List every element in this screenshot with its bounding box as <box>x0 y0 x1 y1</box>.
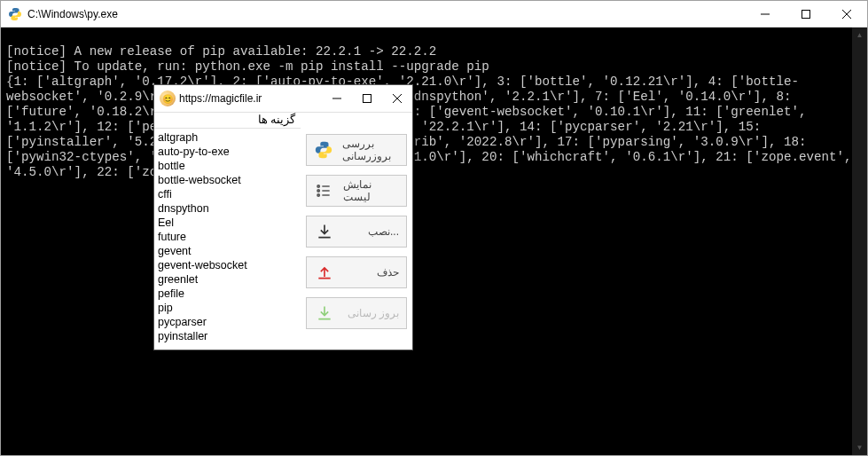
update-button[interactable]: بروز رسانی <box>306 297 407 329</box>
python-icon <box>314 139 333 161</box>
svg-point-4 <box>317 194 319 196</box>
list-item[interactable]: cffi <box>158 187 297 201</box>
console-title: C:\Windows\py.exe <box>27 8 745 20</box>
console-close-button[interactable] <box>826 1 867 27</box>
list-item[interactable]: auto-py-to-exe <box>158 145 297 159</box>
list-icon <box>314 180 334 201</box>
console-window: C:\Windows\py.exe [notice] A new release… <box>0 0 868 456</box>
download-icon <box>314 221 335 242</box>
button-label: نمایش لیست <box>343 178 399 203</box>
package-list[interactable]: altgraph auto-py-to-exe bottle bottle-we… <box>154 128 301 350</box>
svg-point-2 <box>317 185 319 187</box>
button-label: بررسی بروزرسانی <box>342 138 399 162</box>
svg-point-3 <box>317 190 319 192</box>
dialog-titlebar[interactable]: 😊 https://magicfile.ir <box>154 85 412 112</box>
dialog-maximize-button[interactable] <box>352 86 382 111</box>
list-item[interactable]: altgraph <box>158 130 297 145</box>
terminal-scrollbar[interactable]: ▲ ▼ <box>852 28 867 455</box>
svg-rect-1 <box>364 95 371 103</box>
scroll-down-arrow-icon[interactable]: ▼ <box>852 440 867 455</box>
list-item[interactable]: pip <box>158 301 297 315</box>
upload-icon <box>314 262 335 283</box>
button-label: بروز رسانی <box>348 307 399 319</box>
options-label: گزینه ها <box>154 112 301 128</box>
button-label: نصب... <box>368 225 399 238</box>
package-manager-dialog: 😊 https://magicfile.ir گزینه ها altgraph… <box>153 84 413 350</box>
list-item[interactable]: gevent <box>158 244 297 258</box>
svg-rect-0 <box>802 10 810 18</box>
list-item[interactable]: future <box>158 230 297 244</box>
python-icon <box>8 7 22 21</box>
list-item[interactable]: greenlet <box>158 272 297 287</box>
download-icon <box>314 303 335 324</box>
check-update-button[interactable]: بررسی بروزرسانی <box>306 134 407 166</box>
dialog-minimize-button[interactable] <box>322 86 352 111</box>
console-maximize-button[interactable] <box>786 1 826 27</box>
list-item[interactable]: bottle <box>158 159 297 173</box>
list-item[interactable]: bottle-websocket <box>158 173 297 187</box>
dialog-title: https://magicfile.ir <box>179 92 322 105</box>
install-button[interactable]: نصب... <box>306 216 407 248</box>
remove-button[interactable]: حذف <box>306 256 407 288</box>
action-buttons-pane: بررسی بروزرسانی نمایش لیست نصب... حذف <box>301 112 412 350</box>
list-item[interactable]: pycparser <box>158 315 297 329</box>
show-list-button[interactable]: نمایش لیست <box>306 175 407 207</box>
app-icon: 😊 <box>160 90 176 106</box>
list-item[interactable]: pefile <box>158 287 297 301</box>
list-item[interactable]: Eel <box>158 216 297 230</box>
button-label: حذف <box>377 266 399 279</box>
dialog-body: گزینه ها altgraph auto-py-to-exe bottle … <box>154 112 412 350</box>
scroll-up-arrow-icon[interactable]: ▲ <box>852 28 867 43</box>
list-item[interactable]: gevent-websocket <box>158 258 297 272</box>
console-titlebar[interactable]: C:\Windows\py.exe <box>1 1 867 28</box>
terminal-output[interactable]: [notice] A new release of pip available:… <box>1 28 867 455</box>
dialog-close-button[interactable] <box>382 86 412 111</box>
console-minimize-button[interactable] <box>745 1 786 27</box>
list-item[interactable]: dnspython <box>158 201 297 216</box>
list-item[interactable]: pyinstaller <box>158 329 297 343</box>
